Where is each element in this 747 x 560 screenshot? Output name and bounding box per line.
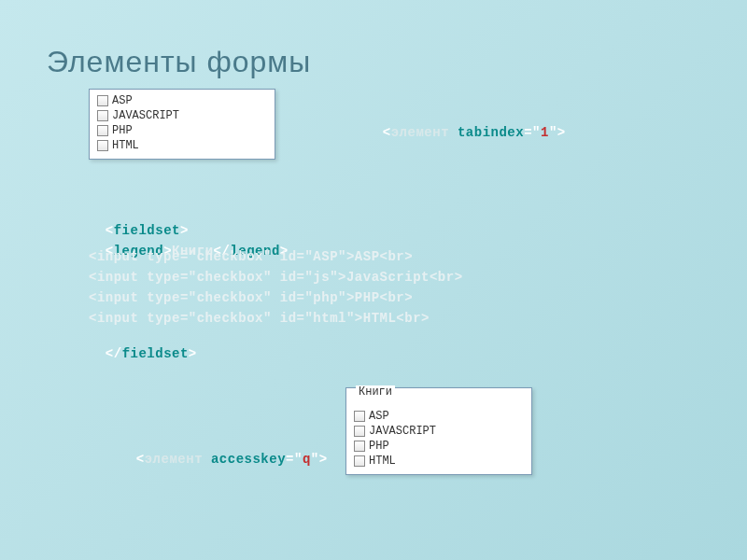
checkbox-icon[interactable] xyxy=(97,110,108,121)
checkbox-label: PHP xyxy=(112,124,133,137)
checkbox-label: PHP xyxy=(369,440,389,453)
checkbox-icon[interactable] xyxy=(354,426,365,437)
checkbox-label: JavaScript xyxy=(369,425,436,438)
code-input-3: <input type="checkbox" id="php">PHP<br> xyxy=(89,290,413,305)
slide-title: Элементы формы xyxy=(47,45,311,79)
checkbox-label: HTML xyxy=(369,455,396,468)
checkbox-icon[interactable] xyxy=(97,125,108,136)
legend-label: Книги xyxy=(356,385,395,399)
checkbox-label: JavaScript xyxy=(112,109,179,122)
checkbox-icon[interactable] xyxy=(354,411,365,422)
checkbox-label: HTML xyxy=(112,139,139,152)
checkbox-icon[interactable] xyxy=(354,441,365,452)
checkbox-icon[interactable] xyxy=(354,455,365,467)
fieldset-example-1: ASP JavaScript PHP HTML xyxy=(89,89,275,160)
checkbox-row: PHP xyxy=(95,123,269,138)
checkbox-row: JavaScript xyxy=(352,424,526,439)
checkbox-row: ASP xyxy=(352,409,526,424)
fieldset-example-2: Книги ASP JavaScript PHP HTML xyxy=(345,387,532,475)
code-tabindex: <элемент tabindex="1"> xyxy=(366,110,566,140)
checkbox-row: HTML xyxy=(95,138,269,153)
checkbox-icon[interactable] xyxy=(97,140,108,151)
checkbox-label: ASP xyxy=(369,410,389,423)
checkbox-row: PHP xyxy=(352,439,526,454)
checkbox-row: ASP xyxy=(95,93,269,108)
code-input-4: <input type="checkbox" id="html">HTML<br… xyxy=(89,311,430,326)
checkbox-icon[interactable] xyxy=(97,95,108,106)
code-input-2: <input type="checkbox" id="js">JavaScrip… xyxy=(89,270,463,285)
code-accesskey: <элемент accesskey="q"> xyxy=(120,437,328,467)
checkbox-row: HTML xyxy=(352,454,526,469)
code-input-1: <input type="checkbox" id="ASP">ASP<br> xyxy=(89,249,413,264)
checkbox-row: JavaScript xyxy=(95,108,269,123)
code-fieldset-close: </fieldset> xyxy=(89,331,197,361)
checkbox-label: ASP xyxy=(112,94,133,107)
